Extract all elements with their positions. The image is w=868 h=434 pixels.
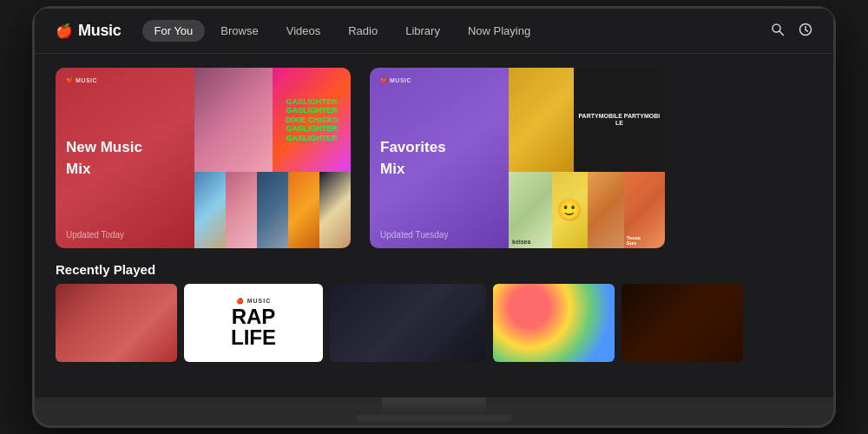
tv-screen: 🍎 Music For You Browse Videos Radio Libr… xyxy=(35,9,833,398)
album-desert xyxy=(588,172,624,248)
featured-container: 🍎 MUSIC New Music Mix Updated Today xyxy=(56,68,812,248)
album-woman-hat xyxy=(319,172,351,248)
mix-updated: Updated Today xyxy=(66,230,184,240)
tv-stand-base xyxy=(356,415,512,422)
album-smiley: 🙂 xyxy=(552,172,589,248)
nav-now-playing[interactable]: Now Playing xyxy=(456,19,542,43)
favorites-title: Favorites Mix xyxy=(380,135,498,178)
recent-item-1[interactable] xyxy=(56,284,177,362)
partymobile-cover: PARTYMOBILE PARTYMOBILE xyxy=(574,68,665,172)
recently-played-title: Recently Played xyxy=(56,262,812,277)
apple-music-label: MUSIC xyxy=(76,77,97,83)
second-group-albums: PARTYMOBILE PARTYMOBILE kelsea 🙂 xyxy=(509,68,665,248)
favorites-music-label: MUSIC xyxy=(390,77,411,83)
search-icon[interactable] xyxy=(771,23,785,40)
nav-library[interactable]: Library xyxy=(393,19,452,43)
nav-videos[interactable]: Videos xyxy=(274,19,333,43)
apple-icon-mini: 🍎 xyxy=(66,76,74,83)
mix-title-line1: New Music xyxy=(66,139,184,156)
second-group-bottom: kelsea 🙂 TexasS xyxy=(509,172,665,248)
recent-item-2[interactable]: 🍎 MUSIC RAPLIFE xyxy=(184,284,323,362)
favorites-mix-group: 🍎 MUSIC Favorites Mix Updated Tuesday xyxy=(370,68,665,248)
nav-items: For You Browse Videos Radio Library Now … xyxy=(142,19,771,43)
svg-line-1 xyxy=(779,31,784,36)
favorites-title-line1: Favorites xyxy=(380,139,498,156)
favorites-apple-badge: 🍎 MUSIC xyxy=(380,76,498,83)
album-bike xyxy=(288,172,319,248)
app-title: Music xyxy=(78,22,122,40)
apple-music-badge: 🍎 MUSIC xyxy=(66,76,184,83)
first-group-albums: GASLIGHTERGASLIGHTERDIXIE CHICKSGASLIGHT… xyxy=(194,68,351,248)
apple-icon: 🍎 xyxy=(56,23,73,39)
main-content: 🍎 MUSIC New Music Mix Updated Today xyxy=(35,54,833,398)
album-urban xyxy=(257,172,288,248)
nav-bar: 🍎 Music For You Browse Videos Radio Libr… xyxy=(35,9,833,54)
tv-stand xyxy=(356,398,512,422)
nav-for-you[interactable]: For You xyxy=(142,20,206,42)
recent-item-5[interactable] xyxy=(621,284,743,362)
mix-title-line2: Mix xyxy=(66,161,184,178)
app-logo: 🍎 Music xyxy=(56,22,122,40)
album-kelsei: kelsea xyxy=(509,172,552,248)
tv-stand-neck xyxy=(382,398,486,415)
favorites-mix-card[interactable]: 🍎 MUSIC Favorites Mix Updated Tuesday xyxy=(370,68,509,248)
new-music-mix-group: 🍎 MUSIC New Music Mix Updated Today xyxy=(56,68,351,248)
first-group-top: GASLIGHTERGASLIGHTERDIXIE CHICKSGASLIGHT… xyxy=(194,68,351,172)
group-divider xyxy=(359,68,361,248)
recently-played-row: 🍎 MUSIC RAPLIFE xyxy=(56,284,812,362)
tv-frame: 🍎 Music For You Browse Videos Radio Libr… xyxy=(35,9,833,425)
recently-played-section: Recently Played 🍎 MUSIC RAPLIFE xyxy=(56,262,812,387)
nav-icons xyxy=(771,23,812,40)
album-woman2 xyxy=(226,172,257,248)
right-fade xyxy=(674,68,684,248)
recent-item-4[interactable] xyxy=(493,284,615,362)
album-texas-sun: TexasSun xyxy=(624,172,666,248)
second-group-top: PARTYMOBILE PARTYMOBILE xyxy=(509,68,665,172)
favorites-apple-icon: 🍎 xyxy=(380,76,388,83)
album-landscape xyxy=(194,172,226,248)
mix-title: New Music Mix xyxy=(66,135,184,178)
favorites-title-line2: Mix xyxy=(380,161,498,178)
nav-browse[interactable]: Browse xyxy=(208,19,270,43)
favorites-updated: Updated Tuesday xyxy=(380,230,498,240)
gaslighter-cover: GASLIGHTERGASLIGHTERDIXIE CHICKSGASLIGHT… xyxy=(273,68,351,172)
nav-radio[interactable]: Radio xyxy=(336,19,390,43)
album-woman xyxy=(194,68,273,172)
recent-item-3[interactable] xyxy=(330,284,486,362)
history-icon[interactable] xyxy=(799,23,812,40)
partymobile-text: PARTYMOBILE PARTYMOBILE xyxy=(577,113,661,128)
new-music-mix-card[interactable]: 🍎 MUSIC New Music Mix Updated Today xyxy=(56,68,194,248)
first-group-bottom xyxy=(194,172,351,248)
album-yellow xyxy=(509,68,574,172)
